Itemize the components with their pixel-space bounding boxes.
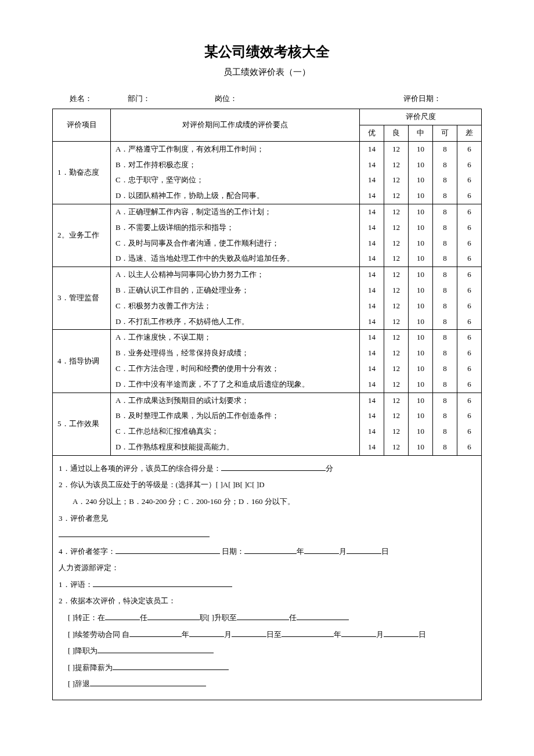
score-cell: 12	[384, 188, 409, 204]
l-y1: 年	[182, 630, 189, 639]
scale-acceptable: 可	[433, 125, 457, 141]
score-cell: 12	[384, 283, 409, 298]
score-cell: 12	[384, 424, 409, 440]
opt-salary: [ ]提薪降薪为	[68, 663, 113, 672]
category-cell: 2。业务工作	[53, 204, 111, 267]
table-row: B．业务处理得当，经常保持良好成绩；14121086	[53, 345, 482, 361]
table-row: D．迅速、适当地处理工作中的失败及临时追加任务。14121086	[53, 251, 482, 267]
score-cell: 12	[384, 172, 409, 188]
blank	[297, 613, 349, 620]
score-cell: 8	[433, 172, 457, 188]
score-cell: 12	[384, 298, 409, 314]
score-cell: 12	[384, 361, 409, 377]
table-row: 1．勤奋态度A．严格遵守工作制度，有效利用工作时间；14121086	[53, 141, 482, 157]
blank	[341, 629, 376, 637]
score-cell: 10	[409, 345, 433, 361]
opt-demote: [ ]降职为	[68, 646, 98, 655]
table-row: C．忠于职守，坚守岗位；14121086	[53, 172, 482, 188]
score-cell: 6	[457, 314, 482, 330]
category-cell: 3．管理监督	[53, 267, 111, 330]
criteria-cell: B．对工作持积极态度；	[111, 157, 360, 173]
score-cell: 12	[384, 393, 409, 408]
category-cell: 4．指导协调	[53, 330, 111, 393]
score-cell: 10	[409, 236, 433, 251]
criteria-cell: C．积极努力改善工作方法；	[111, 298, 360, 314]
blank-sign	[116, 546, 220, 554]
criteria-cell: C．工作总结和汇报准确真实；	[111, 424, 360, 440]
score-cell: 14	[360, 157, 384, 173]
score-cell: 8	[433, 440, 457, 455]
table-row: C．工作总结和汇报准确真实；14121086	[53, 424, 482, 440]
name-label: 姓名：	[58, 93, 128, 105]
label-at: 任	[140, 613, 147, 622]
dept-label: 部门：	[128, 93, 215, 105]
label-promote: 职[ ]升职至	[200, 613, 237, 622]
score-cell: 8	[433, 345, 457, 361]
score-cell: 10	[409, 188, 433, 204]
score-cell: 8	[433, 393, 457, 408]
score-cell: 8	[433, 204, 457, 219]
header-category: 评价项目	[53, 109, 111, 142]
blank-total	[221, 463, 326, 471]
table-row: B．正确认识工作目的，正确处理业务；14121086	[53, 283, 482, 298]
score-cell: 8	[433, 236, 457, 251]
score-cell: 14	[360, 440, 384, 455]
blank	[189, 629, 224, 637]
score-cell: 12	[384, 157, 409, 173]
score-cell: 10	[409, 141, 433, 157]
score-cell: 8	[433, 298, 457, 314]
score-cell: 6	[457, 204, 482, 219]
score-cell: 6	[457, 408, 482, 424]
score-cell: 6	[457, 393, 482, 408]
criteria-cell: A．工作成果达到预期目的或计划要求；	[111, 393, 360, 408]
criteria-cell: D．工作中没有半途而废，不了了之和造成后遗症的现象。	[111, 377, 360, 393]
table-row: 2。业务工作A．正确理解工作内容，制定适当的工作计划；14121086	[53, 204, 482, 219]
table-row: B．不需要上级详细的指示和指导；14121086	[53, 220, 482, 236]
score-cell: 12	[384, 141, 409, 157]
table-row: D．不打乱工作秩序，不妨碍他人工作。14121086	[53, 314, 482, 330]
score-cell: 6	[457, 236, 482, 251]
criteria-cell: A．以主人公精神与同事同心协力努力工作；	[111, 267, 360, 283]
score-cell: 6	[457, 361, 482, 377]
table-row: B．及时整理工作成果，为以后的工作创造条件；14121086	[53, 408, 482, 424]
score-cell: 12	[384, 345, 409, 361]
score-cell: 12	[384, 408, 409, 424]
footer-total-unit: 分	[326, 464, 333, 473]
score-cell: 6	[457, 188, 482, 204]
blank-year	[244, 546, 297, 554]
score-cell: 6	[457, 345, 482, 361]
score-cell: 14	[360, 267, 384, 283]
score-cell: 12	[384, 314, 409, 330]
table-row: 5．工作效果A．工作成果达到预期目的或计划要求；14121086	[53, 393, 482, 408]
score-cell: 8	[433, 408, 457, 424]
score-cell: 12	[384, 251, 409, 267]
hr-comment-label: 1．评语：	[59, 580, 93, 589]
score-cell: 10	[409, 377, 433, 393]
criteria-cell: B．及时整理工作成果，为以后的工作创造条件；	[111, 408, 360, 424]
criteria-cell: D．以团队精神工作，协助上级，配合同事。	[111, 188, 360, 204]
opt-regular: [ ]转正：在	[68, 613, 105, 622]
table-row: D．工作熟练程度和技能提高能力。14121086	[53, 440, 482, 455]
score-cell: 14	[360, 377, 384, 393]
score-cell: 10	[409, 298, 433, 314]
score-cell: 12	[384, 204, 409, 219]
info-row: 姓名： 部门： 岗位： 评价日期：	[52, 93, 482, 105]
score-cell: 6	[457, 283, 482, 298]
criteria-cell: B．业务处理得当，经常保持良好成绩；	[111, 345, 360, 361]
scale-excellent: 优	[360, 125, 384, 141]
criteria-cell: A．工作速度快，不误工期；	[111, 330, 360, 345]
score-cell: 12	[384, 440, 409, 455]
criteria-cell: D．迅速、适当地处理工作中的失败及临时追加任务。	[111, 251, 360, 267]
blank-opinion	[59, 530, 210, 537]
score-cell: 12	[384, 267, 409, 283]
blank	[282, 629, 334, 637]
score-cell: 14	[360, 345, 384, 361]
score-cell: 14	[360, 393, 384, 408]
score-cell: 14	[360, 141, 384, 157]
pos-label: 岗位：	[215, 93, 331, 105]
score-cell: 14	[360, 424, 384, 440]
l-to: 日至	[266, 630, 282, 639]
criteria-cell: B．正确认识工作目的，正确处理业务；	[111, 283, 360, 298]
score-cell: 6	[457, 172, 482, 188]
table-row: B．对工作持积极态度；14121086	[53, 157, 482, 173]
